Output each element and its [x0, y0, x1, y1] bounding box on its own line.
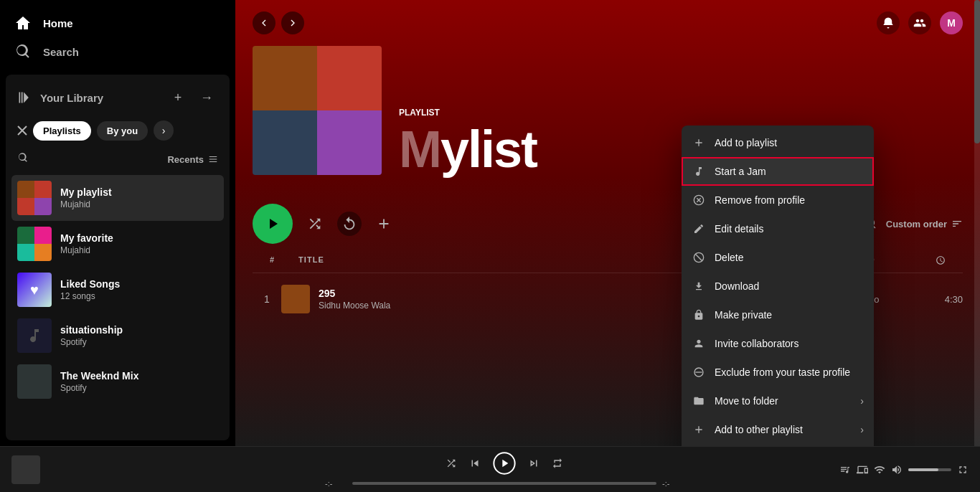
library-search-icon[interactable] [17, 152, 29, 166]
list-item[interactable]: My playlist Mujahid [11, 175, 224, 221]
playlist-info: situationship Spotify [60, 324, 218, 347]
player-track [11, 455, 169, 484]
playlist-info: The Weeknd Mix Spotify [60, 370, 218, 393]
progress-bar-container: -:- -:- [325, 479, 684, 488]
queue-button[interactable] [839, 464, 851, 476]
playlist-name: My favorite [60, 232, 218, 244]
player-controls: -:- -:- [181, 452, 828, 488]
menu-item-start-jam[interactable]: Start a Jam [682, 157, 874, 186]
music-icon [26, 327, 43, 344]
library-header: Your Library + → [6, 75, 230, 115]
player-play-button[interactable] [493, 452, 516, 475]
list-item[interactable]: My favorite Mujahid [11, 221, 224, 267]
menu-item-invite-collaborators[interactable]: Invite collaborators [682, 329, 874, 358]
menu-item-make-private[interactable]: Make private [682, 301, 874, 329]
thumb-cell [17, 181, 34, 198]
thumb-cell [34, 244, 52, 261]
playlist-thumb [17, 227, 52, 261]
menu-label: Remove from profile [715, 194, 864, 206]
list-item[interactable]: The Weeknd Mix Spotify [11, 359, 224, 405]
menu-item-download[interactable]: Download [682, 272, 874, 301]
menu-item-move-folder[interactable]: Move to folder › [682, 387, 874, 415]
playlist-list: My playlist Mujahid My f [6, 172, 230, 440]
jam-icon [692, 164, 706, 179]
add-library-button[interactable]: + [166, 86, 189, 109]
context-menu-overlay[interactable]: Add to playlist Start a Jam Remove from … [235, 0, 980, 446]
devices-button[interactable] [857, 464, 868, 476]
playlist-meta: Spotify [60, 337, 218, 347]
menu-label: Make private [715, 309, 864, 321]
list-item[interactable]: ♥ Liked Songs 12 songs [11, 267, 224, 313]
thumb-cell [34, 227, 52, 244]
sidebar-navigation: Home Search [0, 0, 235, 75]
playlist-thumb [17, 181, 52, 215]
filter-playlists-button[interactable]: Playlists [33, 121, 91, 141]
volume-button[interactable] [891, 464, 903, 476]
playlist-thumb [17, 364, 52, 399]
fullscreen-button[interactable] [957, 464, 969, 476]
recents-list-icon [208, 154, 218, 164]
player-right-controls [839, 464, 969, 476]
sidebar: Home Search Your Library + → [0, 0, 235, 446]
expand-library-button[interactable]: → [195, 86, 218, 109]
menu-label: Add to other playlist [715, 424, 852, 435]
menu-item-delete[interactable]: Delete [682, 243, 874, 272]
add-icon [692, 136, 706, 150]
playlist-meta: 12 songs [60, 291, 218, 301]
current-time: -:- [325, 479, 347, 488]
menu-item-share[interactable]: Share › [682, 444, 874, 446]
thumb-cell [17, 198, 34, 215]
playlist-info: Liked Songs 12 songs [60, 278, 218, 301]
menu-label: Move to folder [715, 395, 852, 407]
playlist-name: situationship [60, 324, 218, 336]
edit-icon [692, 222, 706, 236]
main-content: M Playlist Mylist [235, 0, 980, 446]
connect-button[interactable] [874, 464, 885, 476]
recents-label[interactable]: Recents [167, 154, 218, 165]
lock-icon [692, 308, 706, 322]
submenu-arrow: › [860, 395, 864, 407]
library-title-row[interactable]: Your Library [17, 90, 103, 105]
menu-label: Edit details [715, 223, 864, 235]
total-time: -:- [662, 479, 684, 488]
previous-button[interactable] [468, 457, 481, 470]
liked-songs-thumb: ♥ [17, 273, 52, 307]
add-playlist-icon [692, 422, 706, 437]
thumb-cell [17, 227, 34, 244]
filter-more-button[interactable]: › [154, 120, 174, 141]
menu-item-add-playlist[interactable]: Add to playlist [682, 128, 874, 157]
next-button[interactable] [527, 457, 540, 470]
filter-byyou-button[interactable]: By you [97, 121, 148, 141]
shuffle-player-button[interactable] [446, 458, 457, 469]
menu-label: Download [715, 280, 864, 292]
sidebar-item-home[interactable]: Home [6, 9, 230, 37]
context-menu: Add to playlist Start a Jam Remove from … [682, 126, 874, 446]
playlist-info: My favorite Mujahid [60, 232, 218, 255]
progress-track[interactable] [352, 482, 656, 485]
menu-item-exclude-taste[interactable]: Exclude from your taste profile [682, 358, 874, 387]
player-buttons [446, 452, 563, 475]
repeat-player-button[interactable] [552, 458, 563, 469]
menu-item-remove-profile[interactable]: Remove from profile [682, 186, 874, 214]
menu-label: Invite collaborators [715, 338, 864, 349]
exclude-icon [692, 365, 706, 379]
list-item[interactable]: situationship Spotify [11, 313, 224, 359]
library-title: Your Library [40, 92, 103, 104]
thumb-cell [34, 198, 52, 215]
playlist-name: Liked Songs [60, 278, 218, 290]
menu-label: Exclude from your taste profile [715, 366, 864, 378]
remove-icon [692, 193, 706, 207]
home-label: Home [43, 17, 73, 29]
thumb-cell [34, 181, 52, 198]
menu-label: Add to playlist [715, 137, 864, 148]
menu-item-edit-details[interactable]: Edit details [682, 214, 874, 243]
volume-bar[interactable] [908, 468, 951, 471]
playlist-info: My playlist Mujahid [60, 186, 218, 209]
library-icon [17, 90, 32, 105]
search-recents-row: Recents [6, 146, 230, 172]
thumb-cell [17, 244, 34, 261]
menu-item-add-other-playlist[interactable]: Add to other playlist › [682, 415, 874, 444]
playlist-name: My playlist [60, 186, 218, 198]
filter-close-button[interactable] [17, 126, 27, 136]
sidebar-item-search[interactable]: Search [6, 37, 230, 66]
